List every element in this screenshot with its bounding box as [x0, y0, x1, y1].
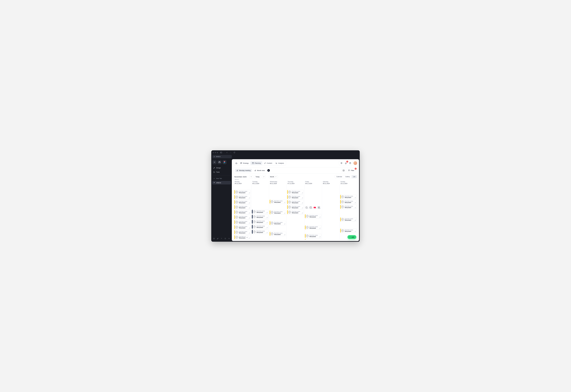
- post-card[interactable]: f Post item name Storyname: [287, 205, 304, 209]
- post-card[interactable]: f Post item name Storyname: [252, 209, 268, 214]
- post-card[interactable]: f Post item name Storyname: [252, 230, 268, 234]
- post-card[interactable]: f Post item name Storyname: [234, 195, 251, 199]
- today-button[interactable]: Today: [254, 175, 261, 178]
- post-card[interactable]: f Post item name Storyname: [340, 205, 357, 209]
- post-card[interactable]: f Post item name Storyname: [234, 210, 251, 214]
- day-body[interactable]: [322, 185, 339, 240]
- day-date: 04.11.2024: [235, 183, 250, 184]
- day-body[interactable]: f Post item name Storyname f Post item n…: [287, 185, 304, 240]
- sidebar-item-tools[interactable]: Tools: [212, 170, 231, 174]
- mini-doc[interactable]: [317, 206, 321, 209]
- card-subtitle: Storyname: [310, 236, 318, 237]
- dock-plus-icon[interactable]: [228, 238, 230, 239]
- link-icon: [248, 220, 251, 224]
- pin-icon: [255, 170, 256, 171]
- post-card[interactable]: f Post item name Storyname: [234, 225, 251, 229]
- url-host: uhub.io: [216, 156, 221, 157]
- card-subtitle: Storyname: [292, 202, 300, 203]
- post-card[interactable]: f Post item name Storyname: [305, 214, 321, 218]
- view-gallery[interactable]: Gallery: [344, 175, 352, 178]
- facebook-icon: f: [253, 210, 256, 214]
- sidebar-item-design[interactable]: Design: [212, 166, 231, 170]
- bell-icon: [345, 162, 347, 164]
- post-card[interactable]: f Post item name Storyname: [340, 228, 357, 233]
- post-card[interactable]: f Post item name Storyname: [252, 215, 268, 219]
- dock-icon[interactable]: [224, 238, 226, 239]
- help-button[interactable]: [348, 161, 352, 165]
- next-button[interactable]: [262, 175, 266, 178]
- dock-icon[interactable]: [217, 238, 219, 239]
- post-card[interactable]: f Post item name Storyname: [287, 190, 304, 194]
- avatar[interactable]: [353, 161, 357, 165]
- post-card[interactable]: f Post item name Storyname: [305, 234, 321, 238]
- post-card[interactable]: f Post item name Storyname: [270, 210, 286, 215]
- post-card[interactable]: f Post item name Storyname: [287, 210, 304, 214]
- nav-back-icon[interactable]: [226, 151, 228, 154]
- day-body[interactable]: f Post item name Storyname f Post item n…: [251, 185, 269, 240]
- sidebar-toggle-icon[interactable]: [220, 151, 222, 154]
- card-title: Post item name: [257, 210, 265, 212]
- mini-youtube[interactable]: [313, 206, 316, 209]
- sidebar-active-tab[interactable]: uhub.io: [212, 181, 231, 185]
- pin-monday-meeting[interactable]: Monday meeting: [235, 169, 252, 172]
- post-card[interactable]: f Post item name Storyname: [340, 217, 357, 222]
- post-card[interactable]: f Post item name Storyname: [234, 215, 251, 219]
- nav-planning[interactable]: Planning: [250, 161, 262, 165]
- nav-strategy[interactable]: Strategy: [239, 161, 250, 165]
- post-card[interactable]: f Post item name Storyname: [287, 200, 304, 204]
- post-card[interactable]: f Post item name Storyname: [287, 195, 304, 199]
- card-title: Post item name: [239, 211, 248, 212]
- post-card[interactable]: f Post item name Storyname: [234, 205, 251, 209]
- dock-icon[interactable]: [213, 238, 215, 239]
- card-subtitle: Storyname: [239, 232, 248, 233]
- post-card[interactable]: f Post item name Storyname: [270, 199, 286, 204]
- nav-reload-icon[interactable]: [233, 151, 236, 154]
- column-add-button[interactable]: [245, 236, 249, 239]
- nav-analysis[interactable]: Analysis: [274, 161, 286, 165]
- chart-icon: [276, 162, 277, 164]
- pinned-tab-github[interactable]: [217, 160, 222, 164]
- panel-toggle-button[interactable]: [342, 168, 345, 172]
- day-body[interactable]: f Post item name Storyname f Post item n…: [269, 185, 286, 240]
- add-fab[interactable]: add: [347, 235, 356, 239]
- prev-button[interactable]: [250, 175, 253, 178]
- post-card[interactable]: f Post item name Storyname: [252, 225, 268, 229]
- mini-facebook[interactable]: f: [305, 206, 308, 209]
- post-card[interactable]: f Post item name Storyname: [252, 219, 268, 224]
- add-pin-button[interactable]: +: [267, 169, 270, 172]
- sidebar-new-tab[interactable]: New Tab: [212, 177, 231, 180]
- pinned-tab-x[interactable]: [213, 160, 216, 164]
- filter-button[interactable]: Filter 6: [347, 169, 356, 172]
- view-list[interactable]: List: [352, 175, 357, 178]
- post-card[interactable]: f Post item name Storyname: [234, 220, 251, 224]
- day-body[interactable]: f Post item name Storyname f Post item n…: [340, 185, 357, 240]
- post-card[interactable]: f Post item name Storyname: [234, 230, 251, 234]
- card-title: Post item name: [274, 222, 283, 223]
- post-card[interactable]: f Post item name Storyname: [270, 221, 286, 225]
- nav-home[interactable]: [234, 161, 239, 165]
- card-subtitle: Storyname: [274, 202, 283, 203]
- notifications-button[interactable]: 6: [344, 161, 348, 165]
- day-body[interactable]: f Post item name Storyname f Post item n…: [234, 185, 251, 240]
- granularity-select[interactable]: Month: [269, 175, 278, 178]
- mini-instagram[interactable]: [309, 206, 312, 209]
- nav-content[interactable]: Content: [263, 161, 274, 165]
- post-card[interactable]: f Post item name Storyname: [340, 195, 357, 199]
- address-bar[interactable]: uhub.io: [213, 155, 232, 158]
- post-card[interactable]: f Post item name Storyname: [340, 200, 357, 204]
- stack-button[interactable]: [340, 161, 343, 165]
- pinned-tab-figma[interactable]: [222, 160, 227, 164]
- day-column: Saturday 09.11.2024: [322, 181, 340, 240]
- view-calendar[interactable]: Calendar: [335, 175, 344, 178]
- post-card[interactable]: f Post item name Storyname: [234, 200, 251, 204]
- dock-icon[interactable]: [221, 238, 222, 239]
- card-subtitle: Storyname: [239, 192, 248, 193]
- post-card[interactable]: f Post item name Storyname: [305, 225, 321, 230]
- post-card[interactable]: f Post item name Storyname: [234, 190, 251, 194]
- post-card[interactable]: f Post item name Storyname: [305, 239, 321, 240]
- pin-month-view[interactable]: Month view: [253, 169, 266, 172]
- day-body[interactable]: f f Post item name Storyname f Post item…: [304, 185, 322, 240]
- spark-icon: [213, 182, 215, 184]
- traffic-lights[interactable]: [213, 152, 218, 153]
- post-card[interactable]: f Post item name Storyname: [270, 232, 286, 236]
